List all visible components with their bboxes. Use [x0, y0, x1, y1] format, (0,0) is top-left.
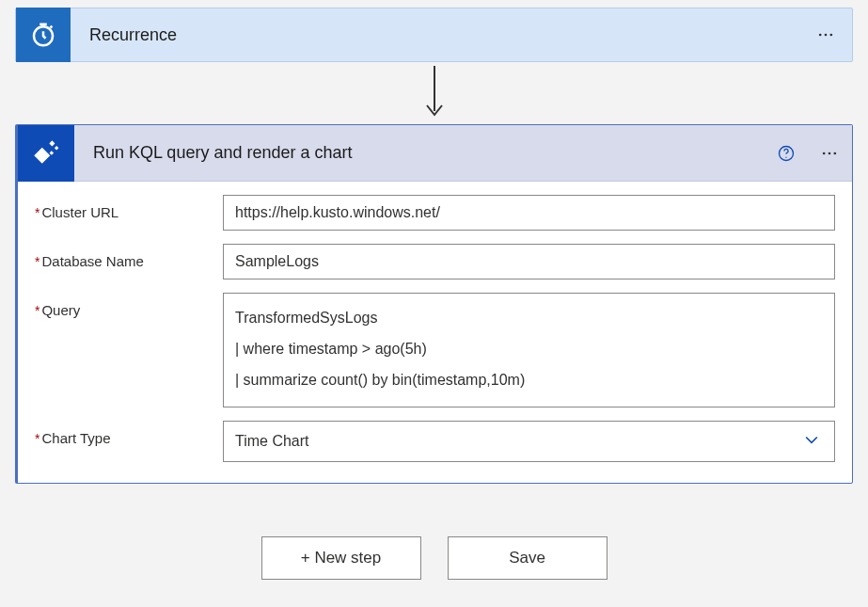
svg-point-11 [823, 152, 826, 154]
new-step-button[interactable]: + New step [261, 536, 421, 580]
field-row-database-name: *Database Name [35, 244, 835, 280]
svg-marker-5 [34, 147, 50, 163]
svg-point-12 [829, 152, 831, 154]
designer-actions: + New step Save [15, 536, 853, 580]
database-name-input[interactable] [223, 244, 835, 280]
svg-point-3 [830, 34, 833, 37]
trigger-card-recurrence[interactable]: Recurrence [15, 8, 853, 62]
action-card-kql: Run KQL query and render a chart *Cluste… [15, 124, 853, 484]
recurrence-icon [16, 8, 71, 62]
save-button[interactable]: Save [448, 536, 608, 580]
action-header[interactable]: Run KQL query and render a chart [18, 125, 852, 182]
svg-point-10 [785, 156, 786, 157]
svg-point-2 [825, 34, 828, 37]
action-title: Run KQL query and render a chart [74, 143, 765, 163]
trigger-more-menu[interactable] [799, 25, 852, 44]
svg-rect-8 [50, 151, 55, 155]
chart-type-label: *Chart Type [35, 421, 223, 446]
chevron-down-icon [802, 430, 821, 453]
connector-arrow [15, 62, 853, 124]
cluster-url-label: *Cluster URL [35, 195, 223, 220]
svg-rect-7 [55, 145, 59, 150]
chart-type-value: Time Chart [235, 433, 309, 450]
svg-point-13 [834, 152, 837, 154]
query-label: *Query [35, 293, 223, 318]
svg-point-1 [819, 34, 822, 37]
trigger-title: Recurrence [71, 25, 799, 45]
svg-rect-6 [49, 140, 55, 146]
kusto-icon [18, 125, 74, 182]
help-icon[interactable] [765, 144, 807, 163]
action-more-menu[interactable] [807, 144, 852, 163]
action-form: *Cluster URL *Database Name *Query Trans… [18, 182, 852, 483]
logic-app-designer-canvas: Recurrence Run KQL que [0, 0, 868, 607]
chart-type-select[interactable]: Time Chart [223, 421, 835, 462]
query-input[interactable]: TransformedSysLogs | where timestamp > a… [223, 293, 835, 407]
field-row-query: *Query TransformedSysLogs | where timest… [35, 293, 835, 407]
field-row-chart-type: *Chart Type Time Chart [35, 421, 835, 462]
database-name-label: *Database Name [35, 244, 223, 269]
cluster-url-input[interactable] [223, 195, 835, 231]
field-row-cluster-url: *Cluster URL [35, 195, 835, 231]
